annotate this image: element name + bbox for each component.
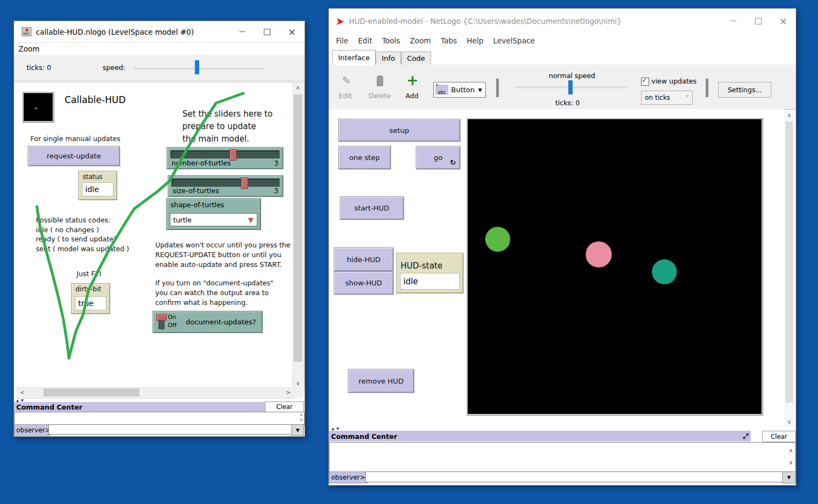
scrollbar-thumb[interactable] bbox=[785, 122, 793, 403]
tab-info[interactable]: Info bbox=[376, 52, 401, 65]
switch-label: document-updates? bbox=[186, 311, 256, 333]
number-of-turtles-slider[interactable]: number-of-turtles 3 bbox=[167, 147, 283, 169]
settings-button[interactable]: Settings... bbox=[718, 82, 771, 98]
maximize-button[interactable] bbox=[746, 9, 771, 33]
menu-levelspace[interactable]: LevelSpace bbox=[489, 36, 540, 45]
slider-value: 3 bbox=[274, 187, 278, 195]
left-history-dropdown[interactable]: ▼ bbox=[291, 424, 304, 436]
dropdown-icon: ▼ bbox=[787, 475, 791, 480]
edit-tool-icon[interactable]: ✎ bbox=[342, 74, 351, 86]
note-manual-updates: For single manual updates bbox=[30, 135, 121, 143]
delete-tool-icon[interactable] bbox=[377, 75, 383, 86]
scroll-up-icon[interactable]: ∧ bbox=[293, 82, 303, 92]
right-vertical-scrollbar[interactable]: ∧ ∨ bbox=[784, 110, 795, 427]
note-document-updates: If you turn on "document-updates" you ca… bbox=[155, 278, 274, 308]
right-history-dropdown[interactable]: ▼ bbox=[782, 471, 796, 483]
forever-icon: ↻ bbox=[450, 158, 456, 167]
minimize-button[interactable] bbox=[230, 21, 255, 42]
hud-state-label: HUD-state bbox=[401, 261, 442, 271]
right-command-input[interactable] bbox=[365, 471, 783, 482]
setup-button[interactable]: setup bbox=[338, 119, 460, 142]
scroll-down-icon[interactable]: ∨ bbox=[784, 417, 794, 426]
start-hud-button[interactable]: start-HUD bbox=[340, 196, 404, 220]
left-interface-area: Callable-HUD For single manual updates r… bbox=[17, 82, 293, 388]
slider-label: number-of-turtles bbox=[172, 159, 231, 167]
menu-help[interactable]: Help bbox=[462, 36, 489, 45]
widget-type-value: Button bbox=[451, 86, 475, 94]
document-updates-switch[interactable]: On Off document-updates? bbox=[153, 311, 263, 333]
menu-tabs[interactable]: Tabs bbox=[436, 36, 462, 45]
remove-hud-button[interactable]: remove HUD bbox=[348, 369, 414, 393]
delete-tool-label: Delete bbox=[369, 92, 391, 100]
scroll-left-icon[interactable]: < bbox=[18, 388, 26, 397]
close-button[interactable]: × bbox=[771, 9, 796, 33]
scroll-up-icon[interactable]: ∧ bbox=[300, 412, 303, 417]
scroll-right-icon[interactable]: > bbox=[284, 388, 292, 397]
switch-on-off-labels: On Off bbox=[168, 313, 176, 329]
maximize-button[interactable] bbox=[255, 21, 280, 42]
menu-tools[interactable]: Tools bbox=[377, 36, 405, 45]
dirty-bit-label: dirty-bit bbox=[75, 285, 101, 293]
show-hud-button[interactable]: show-HUD bbox=[334, 271, 394, 295]
right-titlebar[interactable]: ➤ HUD-enabled-model - NetLogo {C:\Users\… bbox=[329, 9, 796, 33]
netlogo-main-window: ➤ HUD-enabled-model - NetLogo {C:\Users\… bbox=[328, 8, 796, 486]
widget-type-dropdown[interactable]: abc ▾ Button ▼ bbox=[433, 82, 486, 98]
slider-track[interactable] bbox=[170, 150, 280, 158]
view-updates-checkbox[interactable]: ✓ bbox=[641, 78, 649, 86]
size-of-turtles-slider[interactable]: size-of-turtles 3 bbox=[168, 175, 283, 197]
right-clear-button[interactable]: Clear bbox=[762, 431, 796, 442]
left-horizontal-scrollbar[interactable]: < > bbox=[17, 387, 294, 399]
scroll-down-icon[interactable]: ∨ bbox=[789, 457, 793, 469]
menu-zoom[interactable]: Zoom bbox=[405, 36, 436, 45]
command-center-splitter[interactable]: ▲▼ bbox=[16, 398, 23, 402]
tab-interface[interactable]: Interface bbox=[332, 50, 376, 65]
expand-icon[interactable]: ⤢ bbox=[743, 432, 749, 441]
shape-of-turtles-chooser[interactable]: shape-of-turtles turtle ▼ bbox=[166, 198, 261, 230]
chooser-value-box[interactable]: turtle ▼ bbox=[170, 213, 257, 226]
scrollbar-thumb[interactable] bbox=[294, 94, 302, 362]
status-monitor-label: status bbox=[83, 173, 103, 181]
hide-hud-button[interactable]: hide-HUD bbox=[334, 247, 394, 271]
left-titlebar[interactable]: callable-HUD.nlogo (LevelSpace model #0)… bbox=[14, 21, 305, 43]
scroll-down-icon[interactable]: ∨ bbox=[300, 417, 303, 422]
add-widget-icon[interactable]: + bbox=[407, 72, 418, 88]
command-center-splitter[interactable]: ▲▼ bbox=[332, 426, 339, 430]
netlogo-flag-icon: ➤ bbox=[335, 15, 345, 28]
close-icon: × bbox=[779, 15, 787, 27]
scroll-up-icon[interactable]: ∧ bbox=[789, 445, 793, 457]
speed-caption: normal speed bbox=[549, 72, 595, 80]
left-command-output[interactable]: ∧ ∨ bbox=[14, 412, 305, 425]
world-view-frame bbox=[466, 118, 763, 416]
left-clear-button[interactable]: Clear bbox=[265, 401, 304, 412]
right-command-output[interactable]: ∧ ∨ bbox=[329, 442, 796, 472]
turtle-circle bbox=[652, 259, 677, 284]
dirty-bit-monitor: dirty-bit true bbox=[71, 283, 110, 314]
scroll-down-icon[interactable]: ∨ bbox=[293, 378, 303, 388]
speed-slider-handle[interactable] bbox=[195, 60, 199, 74]
request-update-button[interactable]: request-update bbox=[28, 146, 120, 166]
slider-track[interactable] bbox=[172, 178, 280, 187]
left-toolbar: ticks: 0 speed: bbox=[14, 55, 305, 81]
menu-zoom[interactable]: Zoom bbox=[14, 44, 44, 53]
minimize-icon bbox=[731, 21, 737, 21]
left-vertical-scrollbar[interactable]: ∧ ∨ bbox=[293, 82, 305, 388]
dirty-bit-value: true bbox=[75, 296, 106, 310]
go-button[interactable]: go ↻ bbox=[416, 146, 460, 169]
update-mode-dropdown[interactable]: on ticks ˅ bbox=[641, 91, 693, 105]
minimize-button[interactable] bbox=[721, 9, 746, 33]
main-speed-slider-handle[interactable] bbox=[568, 80, 573, 94]
menu-file[interactable]: File bbox=[331, 36, 353, 45]
scroll-up-icon[interactable]: ∧ bbox=[784, 111, 794, 119]
dropdown-icon: ▼ bbox=[478, 87, 482, 93]
note-updates: Updates won't occur until you press the … bbox=[155, 240, 290, 270]
chooser-label: shape-of-turtles bbox=[170, 201, 224, 209]
left-window-title: callable-HUD.nlogo (LevelSpace model #0) bbox=[36, 28, 194, 36]
switch-knob[interactable] bbox=[156, 314, 167, 321]
scrollbar-thumb[interactable] bbox=[43, 388, 139, 397]
one-step-button[interactable]: one step bbox=[338, 146, 391, 169]
left-command-input[interactable] bbox=[48, 424, 293, 435]
close-button[interactable]: × bbox=[280, 21, 305, 42]
mini-turtle-dot bbox=[35, 107, 37, 109]
menu-edit[interactable]: Edit bbox=[353, 36, 377, 45]
tab-code[interactable]: Code bbox=[401, 52, 431, 65]
